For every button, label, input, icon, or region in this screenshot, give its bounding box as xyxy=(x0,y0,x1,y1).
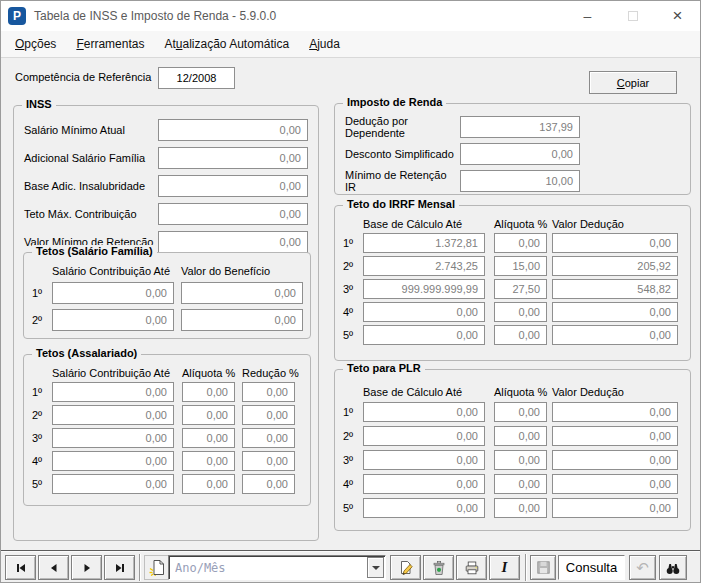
irrf-aliquota-field[interactable]: 0,00 xyxy=(494,302,547,322)
minimo-retencao-ir-field[interactable]: 10,00 xyxy=(460,170,580,192)
irrf-row-2: 2º2.743,2515,00205,92 xyxy=(335,256,690,276)
irrf-aliquota-field[interactable]: 0,00 xyxy=(494,233,547,253)
assal-contribuicao-field[interactable]: 0,00 xyxy=(52,405,174,425)
assal-reducao-field[interactable]: 0,00 xyxy=(242,451,295,471)
plr-aliquota-field[interactable]: 0,00 xyxy=(494,426,547,446)
base-adic-insalubridade-field[interactable]: 0,00 xyxy=(158,175,308,197)
nav-next-button[interactable] xyxy=(71,555,102,580)
plr-deducao-field[interactable]: 0,00 xyxy=(552,498,678,518)
irrf-aliquota-field[interactable]: 15,00 xyxy=(494,256,547,276)
assal-row-3: 3º0,000,000,00 xyxy=(24,428,310,448)
irrf-base-field[interactable]: 999.999.999,99 xyxy=(363,279,485,299)
period-dropdown-button[interactable] xyxy=(367,557,384,578)
save-button[interactable] xyxy=(530,555,556,580)
sf-beneficio-field[interactable]: 0,00 xyxy=(181,282,303,304)
italic-button[interactable]: I xyxy=(489,555,520,580)
inss-title: INSS xyxy=(22,98,56,110)
minimize-button[interactable]: – xyxy=(565,1,610,31)
sf-contribuicao-field[interactable]: 0,00 xyxy=(52,282,174,304)
undo-button[interactable]: ↶ xyxy=(629,555,656,580)
period-input[interactable] xyxy=(169,556,367,579)
desconto-simplificado-label: Desconto Simplificado xyxy=(345,148,460,160)
delete-record-button[interactable] xyxy=(423,555,454,580)
irrf-row-5: 5º0,000,000,00 xyxy=(335,325,690,345)
plr-base-field[interactable]: 0,00 xyxy=(363,426,485,446)
irrf-deducao-field[interactable]: 0,00 xyxy=(552,233,678,253)
maximize-button[interactable] xyxy=(610,1,655,31)
menu-atualizacao-automatica[interactable]: Atualização Automática xyxy=(154,31,299,57)
plr-row-4: 4º0,000,000,00 xyxy=(335,474,690,494)
italic-icon: I xyxy=(502,559,508,576)
irrf-deducao-field[interactable]: 205,92 xyxy=(552,256,678,276)
plr-aliquota-field[interactable]: 0,00 xyxy=(494,450,547,470)
app-icon: P xyxy=(8,7,26,25)
sf-row-2: 2º0,000,00 xyxy=(24,309,310,331)
desconto-simplificado-field[interactable]: 0,00 xyxy=(460,143,580,165)
assal-reducao-field[interactable]: 0,00 xyxy=(242,405,295,425)
menu-ajuda[interactable]: Ajuda xyxy=(299,31,350,57)
competencia-input[interactable] xyxy=(158,67,235,89)
teto-max-contribuicao-field[interactable]: 0,00 xyxy=(158,203,308,225)
plr-deducao-field[interactable]: 0,00 xyxy=(552,474,678,494)
assal-reducao-field[interactable]: 0,00 xyxy=(242,382,295,402)
assal-aliquota-field[interactable]: 0,00 xyxy=(182,382,235,402)
nav-first-button[interactable] xyxy=(5,555,36,580)
nav-last-button[interactable] xyxy=(104,555,135,580)
irrf-base-field[interactable]: 1.372,81 xyxy=(363,233,485,253)
close-icon: × xyxy=(673,6,683,26)
plr-deducao-field[interactable]: 0,00 xyxy=(552,402,678,422)
copiar-button[interactable]: Copiar xyxy=(589,71,677,94)
irrf-base-field[interactable]: 0,00 xyxy=(363,325,485,345)
plr-aliquota-field[interactable]: 0,00 xyxy=(494,498,547,518)
assal-row-5: 5º0,000,000,00 xyxy=(24,474,310,494)
valor-minimo-retencao-field[interactable]: 0,00 xyxy=(158,231,308,253)
irrf-base-field[interactable]: 2.743,25 xyxy=(363,256,485,276)
search-button[interactable] xyxy=(659,555,687,580)
plr-base-field[interactable]: 0,00 xyxy=(363,474,485,494)
plr-aliquota-field[interactable]: 0,00 xyxy=(494,474,547,494)
app-window: P Tabela de INSS e Imposto de Renda - 5.… xyxy=(0,0,701,583)
assal-reducao-field[interactable]: 0,00 xyxy=(242,474,295,494)
irrf-aliquota-field[interactable]: 27,50 xyxy=(494,279,547,299)
irrf-aliquota-field[interactable]: 0,00 xyxy=(494,325,547,345)
assal-contribuicao-field[interactable]: 0,00 xyxy=(52,451,174,471)
teto-plr-title: Teto para PLR xyxy=(343,362,425,374)
menu-opcoes[interactable]: Opções xyxy=(5,31,66,57)
irrf-deducao-field[interactable]: 0,00 xyxy=(552,325,678,345)
plr-aliquota-field[interactable]: 0,00 xyxy=(494,402,547,422)
save-icon xyxy=(536,560,551,575)
assal-contribuicao-field[interactable]: 0,00 xyxy=(52,474,174,494)
deducao-dependente-field[interactable]: 137,99 xyxy=(460,116,580,138)
sf-beneficio-field[interactable]: 0,00 xyxy=(181,309,303,331)
assal-aliquota-field[interactable]: 0,00 xyxy=(182,405,235,425)
plr-base-field[interactable]: 0,00 xyxy=(363,450,485,470)
plr-deducao-field[interactable]: 0,00 xyxy=(552,450,678,470)
plr-base-field[interactable]: 0,00 xyxy=(363,402,485,422)
assal-reducao-field[interactable]: 0,00 xyxy=(242,428,295,448)
adicional-salario-familia-field[interactable]: 0,00 xyxy=(158,147,308,169)
assal-contribuicao-field[interactable]: 0,00 xyxy=(52,428,174,448)
plr-base-field[interactable]: 0,00 xyxy=(363,498,485,518)
edit-record-button[interactable] xyxy=(390,555,421,580)
print-button[interactable] xyxy=(456,555,487,580)
new-record-button[interactable] xyxy=(144,555,170,580)
undo-icon: ↶ xyxy=(636,560,649,575)
plr-deducao-field[interactable]: 0,00 xyxy=(552,426,678,446)
nav-prior-button[interactable] xyxy=(38,555,69,580)
menu-ferramentas[interactable]: Ferramentas xyxy=(66,31,154,57)
salario-minimo-field[interactable]: 0,00 xyxy=(158,119,308,141)
assal-row-2: 2º0,000,000,00 xyxy=(24,405,310,425)
close-button[interactable]: × xyxy=(655,1,700,31)
assal-contribuicao-field[interactable]: 0,00 xyxy=(52,382,174,402)
irrf-deducao-field[interactable]: 548,82 xyxy=(552,279,678,299)
toolbar-separator xyxy=(525,554,527,581)
assal-aliquota-field[interactable]: 0,00 xyxy=(182,474,235,494)
irrf-deducao-field[interactable]: 0,00 xyxy=(552,302,678,322)
minimize-icon: – xyxy=(584,8,592,24)
minimo-retencao-ir-label: Mínimo de Retenção IR xyxy=(345,169,460,193)
assal-aliquota-field[interactable]: 0,00 xyxy=(182,451,235,471)
window-title: Tabela de INSS e Imposto de Renda - 5.9.… xyxy=(34,9,276,23)
sf-contribuicao-field[interactable]: 0,00 xyxy=(52,309,174,331)
assal-aliquota-field[interactable]: 0,00 xyxy=(182,428,235,448)
irrf-base-field[interactable]: 0,00 xyxy=(363,302,485,322)
